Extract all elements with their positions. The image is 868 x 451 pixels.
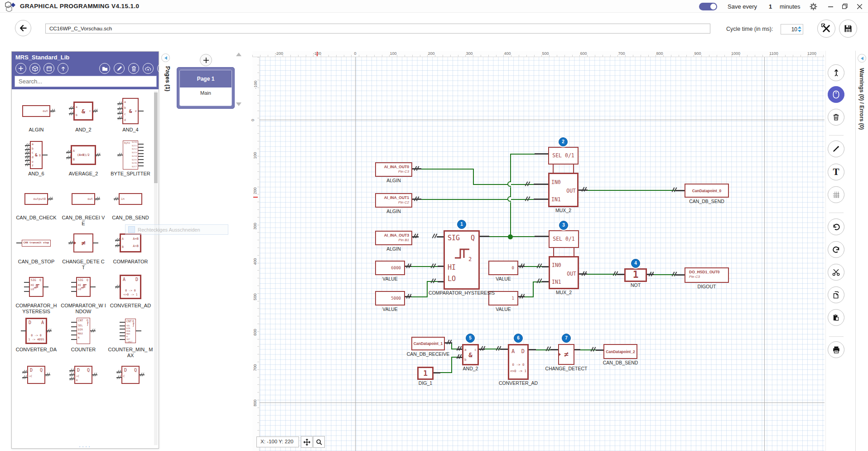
grid-tool-button[interactable] [828,186,844,203]
wire [533,281,534,297]
warnings-collapse-button[interactable] [858,54,866,63]
toggle-knob [710,4,716,10]
undo-button[interactable] [828,218,844,235]
page-thumbnail[interactable]: Page 1 Main [177,67,235,109]
tools-button[interactable] [817,19,835,38]
library-scrollbar[interactable] [154,91,158,445]
edit-pencil-icon[interactable] [114,63,125,74]
library-item-AVERAGE_2[interactable]: AB(A+B)/2AVERAGE_2 [60,139,107,183]
save-interval-value[interactable]: 1 [769,3,772,10]
text-tool-button[interactable]: T [828,164,844,180]
library-item-CONVERTER_DA[interactable]: DA0 -> 01 -> 4095CONVERTER_DA [13,315,60,359]
pages-scroll-down-icon[interactable] [236,102,241,106]
block-algin-out1[interactable]: AI_INA_OUT1Pin C2 ALGIN [375,193,412,208]
autosave-toggle[interactable] [699,3,717,10]
block-can-db-receive[interactable]: CanDatapoint_1 CAN_DB_RECEIVE [411,337,445,350]
library-item-dff[interactable]: DQ>CR [60,359,107,403]
minimize-button[interactable] [824,0,837,13]
wire [440,372,451,373]
delete-tool-button[interactable] [828,109,844,126]
library-item-CAN_DB_RECEIVE[interactable]: outCAN_DB_RECEI VE [60,183,107,227]
panel-resize-handle[interactable]: ···· [12,444,159,449]
cycle-time-input[interactable] [781,24,797,34]
zoom-tool-button[interactable] [313,436,325,448]
restore-button[interactable] [838,0,852,13]
spinner-down-icon[interactable] [798,30,801,32]
schematic-canvas[interactable] [260,57,825,451]
block-change-detect[interactable]: ≠ CHANGE_DETECT [558,344,574,365]
paste-button[interactable] [828,309,844,326]
wire [489,236,510,237]
library-item-CAN_DB_STOP[interactable]: CAN transmit stopCAN_DB_STOP [13,227,60,271]
pin-stub [535,153,548,155]
block-comparator-hysteresis[interactable]: SIG Q 2 HI LO COMPARATOR_HYSTERESIS [444,230,480,290]
copy-button[interactable] [828,286,844,303]
wire [421,199,534,200]
print-button[interactable] [828,341,844,358]
library-item-CAN_DB_SEND[interactable]: inCAN_DB_SEND [107,183,154,227]
library-item-COMPARATOR_WINDOW[interactable]: SIGQHILOCOMPARATOR_W INDOW [60,271,107,315]
ruler-x-cursor-marker [317,52,318,56]
pointer-tool-button[interactable] [828,64,844,81]
library-item-COMPARATOR_HYSTERESIS[interactable]: SIGQHILOCOMPARATOR_H YSTERESIS [13,271,60,315]
save-button[interactable] [839,19,857,38]
library-item-COUNTER[interactable]: CNTQSELDIRMAXRƒCOUNTER [60,315,107,359]
library-item-label: COUNTER [71,347,96,353]
library-item-CAN_DB_CHECK[interactable]: output0CAN_DB_CHECK [13,183,60,227]
block-can-db-send-0[interactable]: CanDatapoint_0 CAN_DB_SEND [685,184,729,198]
library-item-CHANGE_DETECT[interactable]: ≠CHANGE_DETE CT [60,227,107,271]
close-button[interactable] [853,0,866,13]
mouse-tool-button[interactable] [828,86,844,103]
cloud-download-icon[interactable] [157,63,168,74]
add-library-icon[interactable] [15,63,26,74]
spinner-up-icon[interactable] [798,26,801,29]
block-algin-out0[interactable]: AI_INA_OUT0Pin C3 ALGIN [375,162,412,177]
cycle-time-stepper[interactable] [781,24,803,34]
pin-stub [675,274,685,276]
folder-icon[interactable] [99,63,110,74]
pages-collapse-button[interactable] [161,53,170,62]
library-item-BYTE_SPLITTER[interactable]: bit0bit1bit2bit3bit4bit5bit6bit7byteBYTE… [107,139,154,183]
pages-scroll-up-icon[interactable] [236,53,241,56]
block-not[interactable]: 1 NOT [624,268,647,282]
pen-tool-button[interactable] [828,141,844,157]
redo-button[interactable] [828,241,844,258]
wire-hop [507,196,511,202]
block-value-0[interactable]: 0VALUE [488,261,518,275]
scrollbar-thumb[interactable] [154,92,158,183]
trash-icon[interactable] [128,63,139,74]
cut-button[interactable] [828,264,844,281]
library-item-AND_4[interactable]: abcde&AND_4 [107,95,154,139]
library-item-ALGIN[interactable]: outALGIN [13,95,60,139]
block-can-db-send-2[interactable]: CanDatapoint_2 CAN_DB_SEND [603,344,637,359]
block-value-6000[interactable]: 6000VALUE [375,261,405,275]
block-algin-out3[interactable]: AI_INA_OUT3Pin B1 ALGIN [375,231,412,245]
library-title: MRS_Standard_Lib [15,54,69,61]
library-item-dff[interactable]: DQC [107,359,154,403]
upload-icon[interactable] [58,63,68,74]
block-dig1[interactable]: 1 DIG_1 [417,367,434,380]
minutes-label: minutes [780,3,800,10]
block-and2[interactable]: a b & c AND_2 [462,344,479,365]
library-item-COUNTER_MIN_MAX[interactable]: CNTQSELDIRMINMAXRSETLIMITƒCOUNTER_MIN_ M… [107,315,154,359]
bus-hash-icon [671,272,677,276]
settings-gear-icon[interactable] [806,0,820,13]
package-icon[interactable] [29,63,40,74]
search-input[interactable] [14,76,157,87]
back-button[interactable] [15,20,31,36]
library-item-label: AND_6 [28,171,44,177]
filename-input[interactable] [45,24,710,34]
cloud-upload-icon[interactable] [143,63,154,74]
add-page-button[interactable] [200,54,212,66]
block-converter-ad[interactable]: A D 0 -> 0 <>0 -> 1 CONVERTER_AD [508,344,529,380]
library-item-dff[interactable]: DQ>C [13,359,60,403]
library-item-AND_2[interactable]: abc&AND_2 [60,95,107,139]
block-value-5000[interactable]: 5000VALUE [375,291,405,306]
wire [510,202,511,237]
open-box-icon[interactable] [43,63,54,74]
bus-hash-icon [519,294,525,299]
block-digout[interactable]: DO_HSD1_OUT0Pin C3 DIGOUT [685,267,729,283]
library-item-AND_6[interactable]: abcdefg&AND_6 [13,139,60,183]
library-item-CONVERTER_AD[interactable]: AD0 -> 0<>0 -> 1CONVERTER_AD [107,271,154,315]
pan-tool-button[interactable] [301,436,313,448]
